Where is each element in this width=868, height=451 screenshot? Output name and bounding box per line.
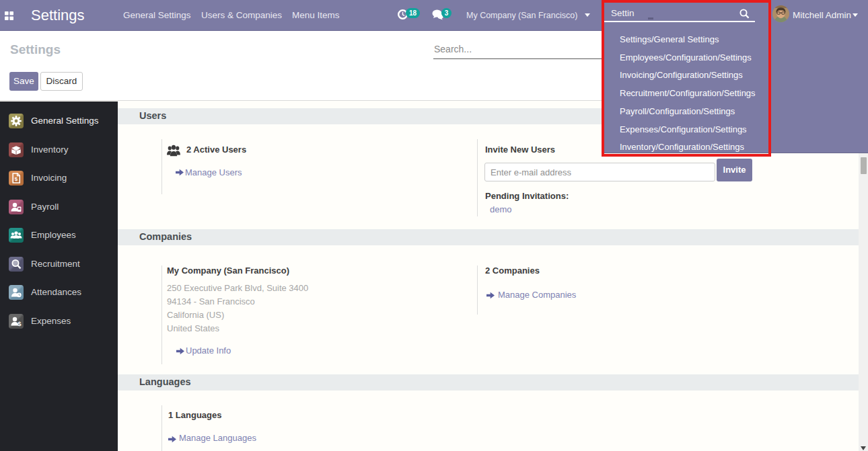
- svg-text:$: $: [17, 320, 22, 327]
- svg-text:$: $: [15, 176, 18, 182]
